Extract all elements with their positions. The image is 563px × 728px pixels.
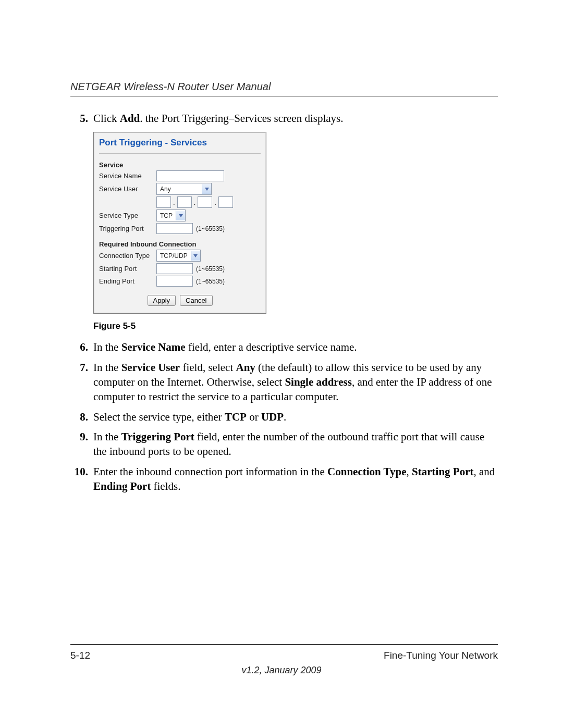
select-value: Any — [160, 186, 171, 193]
bold: Service User — [121, 361, 180, 374]
step-text: In the Service Name field, enter a descr… — [93, 340, 498, 354]
bold: Ending Port — [93, 480, 151, 492]
ip-octet-1[interactable] — [156, 196, 171, 208]
port-triggering-panel: Port Triggering - Services Service Servi… — [93, 132, 266, 314]
hint-port-range: (1~65535) — [196, 225, 225, 232]
text: In the — [93, 341, 121, 353]
bold: Service Name — [121, 341, 186, 353]
ip-octet-3[interactable] — [198, 196, 212, 208]
step-text: Select the service type, either TCP or U… — [93, 410, 498, 424]
dot: . — [194, 199, 196, 206]
step-number: 8. — [70, 410, 93, 424]
text: fields. — [151, 480, 180, 492]
step-number: 6. — [70, 340, 93, 354]
footer-page-number: 5-12 — [70, 650, 90, 661]
row-service-name: Service Name — [99, 170, 261, 181]
footer-rule — [70, 644, 498, 645]
instruction-list-continued: 6. In the Service Name field, enter a de… — [70, 340, 498, 493]
bold: Any — [236, 361, 255, 374]
figure-5-5: Port Triggering - Services Service Servi… — [93, 132, 498, 314]
ip-octet-2[interactable] — [177, 196, 192, 208]
triggering-port-input[interactable] — [156, 223, 193, 234]
apply-button[interactable]: Apply — [148, 295, 176, 306]
chevron-down-icon — [191, 251, 200, 261]
label-service-name: Service Name — [99, 172, 156, 180]
text: field, enter a descriptive service name. — [186, 341, 357, 353]
step-number: 7. — [70, 360, 93, 404]
chevron-down-icon — [202, 184, 211, 194]
label-triggering-port: Triggering Port — [99, 225, 156, 232]
page-footer: 5-12 Fine-Tuning Your Network — [70, 650, 498, 661]
ip-octet-4[interactable] — [218, 196, 233, 208]
text: Enter the inbound connection port inform… — [93, 465, 327, 478]
select-value: TCP/UDP — [160, 252, 188, 260]
step-number: 5. — [70, 111, 93, 126]
bold: Starting Port — [412, 465, 473, 478]
manual-page: NETGEAR Wireless-N Router User Manual 5.… — [0, 0, 563, 728]
label-connection-type: Connection Type — [99, 252, 156, 260]
section-service: Service — [99, 161, 261, 169]
footer-version: v1.2, January 2009 — [0, 665, 563, 676]
service-user-select[interactable]: Any — [156, 183, 212, 195]
text: , — [407, 465, 412, 478]
instruction-list: 5. Click Add. the Port Triggering–Servic… — [70, 111, 498, 126]
hint-port-range: (1~65535) — [196, 278, 225, 285]
service-name-input[interactable] — [156, 170, 224, 181]
step-text: Enter the inbound connection port inform… — [93, 464, 498, 494]
service-type-select[interactable]: TCP — [156, 209, 186, 221]
bold: UDP — [261, 411, 284, 423]
bold: Triggering Port — [121, 430, 194, 443]
step-5: 5. Click Add. the Port Triggering–Servic… — [70, 111, 498, 126]
step-7: 7. In the Service User field, select Any… — [70, 360, 498, 404]
footer-section-title: Fine-Tuning Your Network — [384, 650, 498, 661]
step-text: In the Triggering Port field, enter the … — [93, 429, 498, 459]
row-ip-address: . . . — [156, 196, 261, 208]
text: In the — [93, 361, 121, 374]
figure-caption: Figure 5-5 — [93, 321, 498, 331]
step-10: 10. Enter the inbound connection port in… — [70, 464, 498, 494]
step-number: 10. — [70, 464, 93, 494]
row-ending-port: Ending Port (1~65535) — [99, 276, 261, 287]
row-starting-port: Starting Port (1~65535) — [99, 263, 261, 274]
dot: . — [214, 199, 216, 206]
starting-port-input[interactable] — [156, 263, 193, 274]
row-connection-type: Connection Type TCP/UDP — [99, 250, 261, 262]
step-number: 9. — [70, 429, 93, 459]
connection-type-select[interactable]: TCP/UDP — [156, 250, 201, 262]
step-text: Click Add. the Port Triggering–Services … — [93, 111, 498, 126]
label-service-type: Service Type — [99, 212, 156, 219]
hint-port-range: (1~65535) — [196, 265, 225, 273]
bold-add: Add — [120, 112, 140, 125]
chevron-down-icon — [176, 211, 185, 220]
text: field, select — [180, 361, 236, 374]
bold: Single address — [285, 376, 352, 388]
cancel-button[interactable]: Cancel — [180, 295, 212, 306]
step-8: 8. Select the service type, either TCP o… — [70, 410, 498, 424]
row-triggering-port: Triggering Port (1~65535) — [99, 223, 261, 234]
text: Select the service type, either — [93, 411, 225, 423]
text: or — [247, 411, 261, 423]
ending-port-input[interactable] — [156, 276, 193, 287]
label-ending-port: Ending Port — [99, 277, 156, 285]
panel-title: Port Triggering - Services — [99, 135, 261, 154]
panel-button-row: Apply Cancel — [99, 295, 261, 306]
dot: . — [173, 199, 175, 206]
step-6: 6. In the Service Name field, enter a de… — [70, 340, 498, 354]
text: . — [284, 411, 286, 423]
text: In the — [93, 430, 121, 443]
text: Click — [93, 112, 120, 125]
step-text: In the Service User field, select Any (t… — [93, 360, 498, 404]
select-value: TCP — [160, 212, 173, 219]
label-service-user: Service User — [99, 185, 156, 193]
bold: TCP — [225, 411, 247, 423]
row-service-type: Service Type TCP — [99, 209, 261, 221]
step-9: 9. In the Triggering Port field, enter t… — [70, 429, 498, 459]
bold: Connection Type — [327, 465, 407, 478]
text: . the Port Triggering–Services screen di… — [140, 112, 343, 125]
page-header: NETGEAR Wireless-N Router User Manual — [70, 81, 498, 96]
section-required-inbound: Required Inbound Connection — [99, 240, 261, 248]
text: , and — [473, 465, 495, 478]
row-service-user: Service User Any — [99, 183, 261, 195]
label-starting-port: Starting Port — [99, 265, 156, 273]
